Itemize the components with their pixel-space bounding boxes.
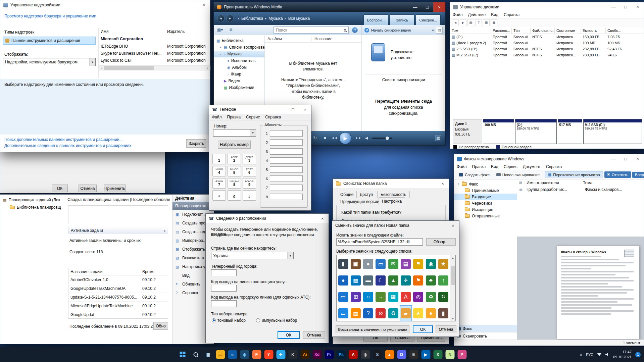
shell-icon[interactable]: ▮ (337, 256, 349, 272)
close-icon[interactable]: × (299, 105, 311, 114)
folder-drafts[interactable]: Черновики (454, 200, 517, 206)
clock[interactable]: 17:47 09.10.2021 (613, 350, 632, 359)
menu-item[interactable]: Справка (501, 12, 522, 18)
start-sync-button[interactable]: Начать синхронизацию (371, 28, 411, 32)
keypad-key[interactable]: АБВГ 2 (228, 154, 241, 164)
shell-icon[interactable]: ▦ (349, 305, 362, 321)
active-tasks-section-header[interactable]: Активные задачи ▴ (68, 227, 168, 234)
pulse-dial-radio[interactable]: импульсный набор (256, 318, 297, 323)
menu-item[interactable]: Сервис (243, 114, 262, 120)
shell-icon[interactable]: ▲ (387, 272, 399, 289)
taskbar-app-excel[interactable]: X (433, 350, 442, 359)
close-icon[interactable]: × (632, 154, 644, 163)
search-icon[interactable] (344, 29, 346, 32)
column-header[interactable]: Том (450, 28, 491, 34)
taskbar-app-movies-tv[interactable]: ▶ (421, 350, 430, 359)
speed-dial-number[interactable]: 2 (264, 141, 268, 145)
keypad-key[interactable]: ДЕЖЗ 3 (243, 154, 256, 164)
tree-item-music[interactable]: ▾♪Музыка (214, 51, 264, 57)
folder-sent[interactable]: Отправленные (454, 213, 517, 219)
toggle-preview-button[interactable]: ▦Переключение просмотра (545, 171, 603, 178)
shell-icon[interactable]: ☾ (375, 272, 387, 289)
new-fax-button[interactable]: Создать факс (456, 172, 492, 178)
taskbar-app-media-codec[interactable]: K (288, 350, 297, 359)
close-icon[interactable]: × (632, 2, 644, 11)
country-dropdown[interactable]: Украина ▼ (211, 252, 294, 259)
find-more-addons-link[interactable]: Поиск дополнительных панелей инструменто… (4, 137, 122, 142)
keypad-key[interactable]: # (243, 190, 256, 201)
learn-more-link[interactable]: Дополнительные сведения о панелях инстру… (4, 143, 131, 148)
show-filter-dropdown[interactable]: Надстройки, используемые браузером ▼ (3, 58, 96, 66)
repeat-icon[interactable]: ↻ (313, 136, 317, 141)
partition[interactable]: 517 МБ (558, 119, 582, 144)
collapse-icon[interactable]: ▾ (457, 183, 460, 186)
mute-icon[interactable] (365, 136, 369, 140)
scrollbar-thumb[interactable] (451, 266, 455, 285)
partition[interactable]: 100 МБ (483, 119, 514, 144)
close-icon[interactable]: × (447, 221, 459, 230)
tree-item-video[interactable]: ▶Видео (214, 77, 264, 84)
speed-dial-input[interactable] (270, 139, 303, 146)
shell-icon[interactable]: ▭ (337, 289, 349, 305)
taskbar-app-illustrator[interactable]: Ai (300, 350, 309, 359)
shell-icon[interactable]: ● (425, 305, 437, 321)
scroll-up-icon[interactable]: ▲ (452, 255, 454, 260)
volume-row[interactable]: M.2 SSD (E:) Простой Базовый NTFS Исправ… (450, 52, 644, 58)
shell-icon[interactable]: A (400, 289, 412, 305)
shell-icon[interactable]: ✉ (387, 256, 399, 272)
new-scan-button[interactable]: Новое сканирование (494, 172, 542, 178)
shell-icon[interactable]: ⊞ (349, 289, 362, 305)
task-row[interactable]: MicrosoftEdgeUpdateTaskMachine... 09.10.… (68, 302, 168, 310)
minimize-icon[interactable]: — (607, 154, 620, 163)
volume-row[interactable]: 2.5 SSD (D:) Простой Базовый NTFS Исправ… (450, 46, 644, 52)
column-header[interactable]: Состояние (555, 28, 581, 34)
view-graph-icon[interactable]: ▦ (491, 19, 497, 26)
notification-badge[interactable]: 1 (635, 352, 641, 357)
cancel-button[interactable]: Отмена (79, 185, 97, 192)
scroll-right-icon[interactable]: ► (205, 67, 210, 69)
browse-button[interactable]: Обзор... (426, 238, 456, 246)
shell-icon[interactable]: → (375, 289, 387, 305)
partition[interactable]: (C:) 150,00 ГБ NTFS (515, 119, 557, 144)
taskbar-app-steam[interactable]: S (373, 350, 382, 359)
tab-play[interactable]: Воспрои... (363, 14, 388, 25)
shell-icon[interactable]: ★ (412, 305, 425, 321)
task-row[interactable]: update-S-1-5-21-1344407576-9605... 09.10… (68, 293, 168, 302)
taskbar-app-vlc[interactable]: ▲ (385, 350, 394, 359)
fax-mode-button[interactable]: Факс (454, 325, 517, 332)
task-row[interactable]: AdobeGCInvoker-1.0 09.10.2 (68, 275, 168, 284)
menu-item[interactable]: Файл (454, 164, 469, 170)
shell-icon[interactable]: ○ (362, 289, 375, 305)
breadcrumb-music[interactable]: Музыка (268, 16, 283, 21)
speed-dial-input[interactable] (270, 166, 303, 173)
speed-dial-input[interactable] (270, 148, 303, 155)
close-icon[interactable]: × (437, 179, 449, 188)
shell-icon[interactable]: ★ (437, 256, 450, 272)
close-icon[interactable]: × (433, 2, 445, 12)
column-header-album[interactable]: Альбом (265, 37, 312, 41)
taskbar-app-epic-games[interactable]: E (409, 350, 418, 359)
minimize-icon[interactable]: — (275, 105, 287, 114)
ok-button[interactable]: ОК (413, 325, 433, 333)
shell-icon[interactable]: ▮ (437, 305, 450, 321)
taskbar-app-file-explorer[interactable]: ▬ (216, 350, 225, 359)
close-button[interactable]: Закрыть (186, 139, 206, 148)
help-icon[interactable]: ? (352, 27, 358, 33)
speed-dial-input[interactable] (270, 185, 303, 191)
now-playing-switch-icon[interactable]: ▦ (435, 135, 441, 141)
shell-icon[interactable]: ↑ (437, 272, 450, 289)
column-header-time[interactable]: Время (140, 268, 168, 275)
actions-group-header[interactable]: Планировщик за... (172, 202, 214, 210)
taskbar-app-adobe-xd[interactable]: Xd (312, 350, 321, 359)
back-icon[interactable]: ◄ (217, 15, 225, 22)
column-header-title[interactable]: Название (312, 37, 361, 41)
menu-item[interactable]: Файл (450, 12, 465, 18)
maximize-icon[interactable]: □ (620, 2, 632, 11)
shell-icon[interactable]: ▬ (362, 272, 375, 289)
shell-icon[interactable]: ⚑ (412, 272, 425, 289)
search-input[interactable] (276, 28, 342, 33)
menu-item[interactable]: Файл (209, 114, 225, 120)
shell-icon[interactable]: ♻ (387, 305, 399, 321)
column-header-subject[interactable]: Тема (581, 180, 644, 185)
speed-dial-input[interactable] (270, 130, 303, 137)
